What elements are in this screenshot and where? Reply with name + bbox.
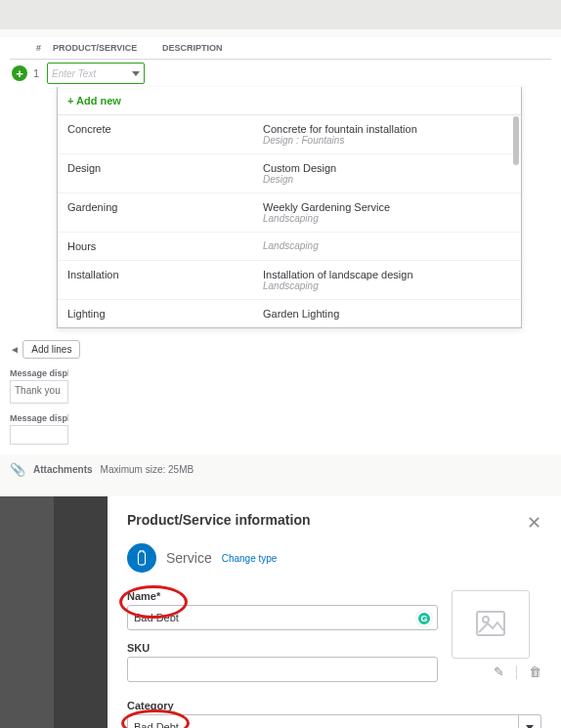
name-field: Name* Bad Debt G: [127, 590, 438, 630]
chevron-down-icon: [132, 71, 140, 76]
row-1-number: 1: [27, 67, 45, 79]
message-invoice-label: Message displayed on invoice: [10, 368, 68, 378]
panel-title: Product/Service information: [127, 512, 310, 528]
attachments-label[interactable]: Attachments: [33, 464, 93, 475]
attachments-hint: Maximum size: 25MB: [101, 464, 194, 475]
sku-input[interactable]: [127, 657, 438, 682]
dropdown-item[interactable]: Design Custom DesignDesign: [58, 154, 521, 193]
paperclip-icon[interactable]: 📎: [10, 462, 25, 477]
grammarly-icon[interactable]: G: [416, 611, 432, 626]
type-row: Service Change type: [127, 543, 541, 573]
dropdown-item[interactable]: Lighting Garden Lighting: [58, 300, 521, 327]
service-type-icon: [127, 543, 156, 573]
add-new-option[interactable]: Add new: [58, 87, 521, 115]
dropdown-item[interactable]: Hours Landscaping: [58, 233, 521, 261]
name-label: Name*: [127, 590, 438, 602]
add-lines-button[interactable]: Add lines: [22, 340, 80, 359]
product-input-placeholder: Enter Text: [52, 68, 96, 79]
table-header-row: # PRODUCT/SERVICE DESCRIPTION: [10, 37, 551, 60]
message-statement-label: Message displayed on statement: [10, 413, 68, 423]
product-service-dropdown[interactable]: Enter Text: [47, 63, 145, 84]
category-input[interactable]: Bad Debt: [127, 714, 519, 728]
add-line-icon[interactable]: +: [12, 65, 27, 81]
scrollbar-thumb[interactable]: [513, 116, 519, 165]
change-type-link[interactable]: Change type: [222, 553, 278, 564]
category-field: Category Bad Debt: [127, 700, 541, 728]
close-icon[interactable]: ✕: [527, 512, 541, 534]
line-item-row-1: + 1 Enter Text: [10, 60, 551, 87]
divider: [516, 665, 517, 679]
image-upload-box[interactable]: [452, 590, 530, 659]
col-description: DESCRIPTION: [152, 43, 551, 53]
svg-point-3: [483, 617, 489, 622]
col-num: #: [29, 43, 47, 53]
sku-label: SKU: [127, 642, 438, 654]
screenshot-modal-area: Product/Service information ✕ Service Ch…: [0, 496, 561, 728]
line-items-table: # PRODUCT/SERVICE DESCRIPTION + 1 Enter …: [0, 37, 561, 328]
col-product: PRODUCT/SERVICE: [47, 43, 152, 53]
scroll-left-icon[interactable]: ◄: [10, 344, 20, 355]
svg-rect-2: [477, 612, 504, 635]
header-spacer: [0, 0, 561, 29]
description-input[interactable]: [151, 63, 551, 84]
name-input[interactable]: Bad Debt: [127, 605, 438, 630]
type-label: Service: [166, 550, 212, 566]
category-dropdown-button[interactable]: [519, 714, 541, 728]
product-dropdown-list: Add new Concrete Concrete for fountain i…: [57, 87, 522, 328]
delete-image-icon[interactable]: 🗑: [529, 664, 541, 679]
dropdown-item[interactable]: Installation Installation of landscape d…: [58, 261, 521, 300]
image-placeholder-icon: [476, 611, 505, 639]
product-service-info-panel: Product/Service information ✕ Service Ch…: [108, 496, 561, 728]
message-invoice-input[interactable]: Thank you: [10, 380, 68, 404]
category-label: Category: [127, 700, 541, 711]
message-statement-input[interactable]: [10, 425, 68, 445]
attachments-row: 📎 Attachments Maximum size: 25MB: [0, 454, 561, 485]
modal-backdrop: [54, 496, 108, 728]
dropdown-item[interactable]: Gardening Weekly Gardening ServiceLandsc…: [58, 193, 521, 233]
dropdown-item[interactable]: Concrete Concrete for fountain installat…: [58, 115, 521, 154]
below-table-area: ◄ Add lines Message displayed on invoice…: [0, 328, 561, 454]
sku-field: SKU: [127, 642, 438, 682]
edit-image-icon[interactable]: ✎: [494, 664, 504, 679]
chevron-down-icon: [526, 725, 534, 729]
